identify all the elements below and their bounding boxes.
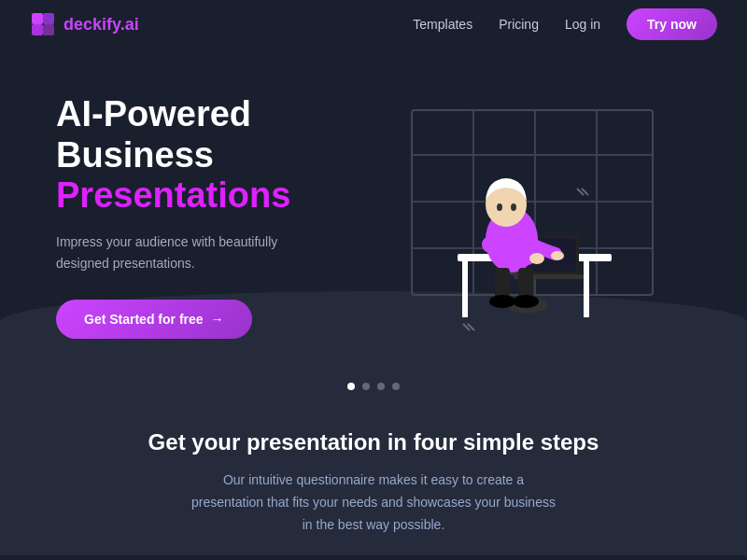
hero-title: AI-Powered Business Presentations: [56, 94, 374, 217]
svg-rect-0: [32, 13, 43, 24]
logo[interactable]: deckify.ai: [30, 11, 139, 37]
dot-1[interactable]: [347, 383, 355, 390]
hero-section: AI-Powered Business Presentations Impres…: [0, 49, 747, 366]
dot-4[interactable]: [392, 383, 400, 390]
svg-rect-1: [43, 13, 54, 24]
nav-link-templates[interactable]: Templates: [413, 17, 472, 32]
svg-rect-6: [462, 261, 468, 317]
person-illustration: [439, 119, 626, 333]
carousel-dots: [0, 366, 747, 399]
nav-links: Templates Pricing Log in Try now: [413, 8, 717, 40]
hero-content: AI-Powered Business Presentations Impres…: [56, 94, 374, 339]
svg-point-21: [489, 295, 515, 308]
navbar: deckify.ai Templates Pricing Log in Try …: [0, 0, 747, 49]
get-started-button[interactable]: Get Started for free →: [56, 300, 252, 339]
svg-point-18: [511, 203, 516, 211]
nav-login-button[interactable]: Log in: [565, 17, 600, 32]
logo-icon: [30, 11, 56, 37]
dot-2[interactable]: [362, 383, 370, 390]
svg-point-17: [497, 203, 502, 211]
svg-point-15: [551, 251, 564, 260]
hero-illustration: [374, 100, 691, 333]
logo-text: deckify.ai: [63, 15, 139, 35]
bottom-title: Get your presentation in four simple ste…: [56, 427, 691, 456]
svg-rect-3: [43, 24, 54, 35]
nav-link-pricing[interactable]: Pricing: [499, 17, 539, 32]
svg-rect-5: [584, 261, 589, 317]
svg-point-22: [513, 295, 539, 308]
bottom-section: Get your presentation in four simple ste…: [0, 399, 747, 555]
dot-3[interactable]: [377, 383, 385, 390]
try-now-button[interactable]: Try now: [627, 8, 717, 40]
illustration-container: [411, 109, 654, 333]
hero-subtitle: Impress your audience with beautifully d…: [56, 231, 317, 273]
svg-point-14: [529, 253, 544, 264]
svg-rect-2: [32, 24, 43, 35]
bottom-subtitle: Our intuitive questionnaire makes it eas…: [187, 469, 560, 536]
hero-title-accent: Presentations: [56, 175, 374, 217]
